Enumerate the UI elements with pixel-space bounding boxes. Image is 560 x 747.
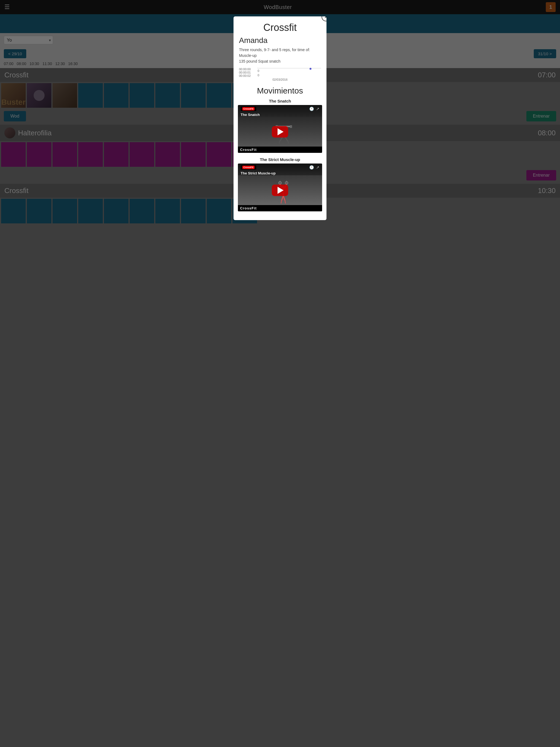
clock-icon: 🕐 xyxy=(309,107,314,111)
cf-badge-icon-2: CrossFit xyxy=(242,166,255,169)
chart-x-label: 02/03/2016 xyxy=(239,77,321,81)
crossfit-logo-snatch: CrossFit xyxy=(240,107,256,111)
chart-y-label-0: 00:00:00 xyxy=(239,68,254,71)
svg-line-11 xyxy=(288,141,288,143)
svg-rect-2 xyxy=(290,125,292,128)
video-thumb-muscleup[interactable]: CrossFit 🕐 ↗ The Strict Muscle-up xyxy=(238,163,322,211)
video-top-bar-snatch: CrossFit 🕐 ↗ xyxy=(238,105,322,113)
video-title-text-snatch: The Snatch xyxy=(238,113,322,117)
crossfit-logo-muscleup: CrossFit xyxy=(240,165,256,170)
svg-line-9 xyxy=(285,137,288,141)
chart-y-axis-bottom-1: 0 xyxy=(258,74,259,77)
video-section-muscleup: The Strict Muscle-up CrossFit 🕐 ↗ The St… xyxy=(233,156,327,215)
close-icon: × xyxy=(325,17,327,20)
cf-badge-icon: CrossFit xyxy=(242,107,255,110)
video-label-muscleup: The Strict Muscle-up xyxy=(238,156,322,163)
svg-line-8 xyxy=(280,137,282,141)
chart-area: 00:00:00 00:00:01 00:00:02 0 0 02/03/ xyxy=(233,68,327,83)
video-icons-muscleup: 🕐 ↗ xyxy=(309,165,320,170)
description-line-3: 135 pound Squat snatch xyxy=(239,58,321,64)
play-button-snatch[interactable] xyxy=(272,126,288,137)
video-label-snatch: The Snatch xyxy=(238,98,322,105)
movimientos-title: Movimientos xyxy=(233,83,327,98)
video-top-bar-muscleup: CrossFit 🕐 ↗ xyxy=(238,163,322,171)
video-body-muscleup[interactable] xyxy=(238,175,322,205)
video-thumb-snatch[interactable]: CrossFit 🕐 ↗ The Snatch xyxy=(238,105,322,153)
video-title-text-muscleup: The Strict Muscle-up xyxy=(238,171,322,175)
share-icon: ↗ xyxy=(316,107,320,111)
description-line-1: Three rounds, 9-7- and 5 reps, for time … xyxy=(239,47,321,53)
chart-y-axis: 00:00:00 00:00:01 00:00:02 xyxy=(239,68,255,77)
video-section-snatch: The Snatch CrossFit 🕐 ↗ The Snatch xyxy=(233,98,327,156)
chart-y-label-2: 00:00:02 xyxy=(239,74,254,77)
modal-workout-name: Amanda xyxy=(233,36,327,47)
video-body-snatch[interactable] xyxy=(238,117,322,147)
video-icons-snatch: 🕐 ↗ xyxy=(309,107,320,111)
clock-icon-2: 🕐 xyxy=(309,165,314,170)
svg-line-22 xyxy=(281,200,282,203)
modal-title: Crossfit xyxy=(233,17,327,36)
svg-line-23 xyxy=(285,200,285,203)
modal-dialog: × Crossfit Amanda Three rounds, 9-7- and… xyxy=(233,17,327,220)
description-line-2: Muscle-up xyxy=(239,53,321,58)
chart-y-axis-bottom-0: 0 xyxy=(258,69,259,73)
svg-line-21 xyxy=(283,196,285,200)
share-icon-2: ↗ xyxy=(316,165,320,170)
play-triangle-icon-2 xyxy=(278,187,284,194)
modal-description: Three rounds, 9-7- and 5 reps, for time … xyxy=(233,47,327,68)
play-triangle-icon xyxy=(278,128,284,135)
chart-plot xyxy=(258,68,321,69)
crossfit-bottom-logo-muscleup: CrossFit xyxy=(240,206,257,210)
video-bottom-bar-muscleup: CrossFit xyxy=(238,205,322,211)
chart-y-label-1: 00:00:01 xyxy=(239,71,254,74)
svg-line-10 xyxy=(279,141,280,143)
play-button-muscleup[interactable] xyxy=(272,185,288,196)
crossfit-bottom-logo-snatch: CrossFit xyxy=(240,148,257,152)
modal-overlay: × Crossfit Amanda Three rounds, 9-7- and… xyxy=(0,0,560,226)
video-bottom-bar-snatch: CrossFit xyxy=(238,147,322,153)
